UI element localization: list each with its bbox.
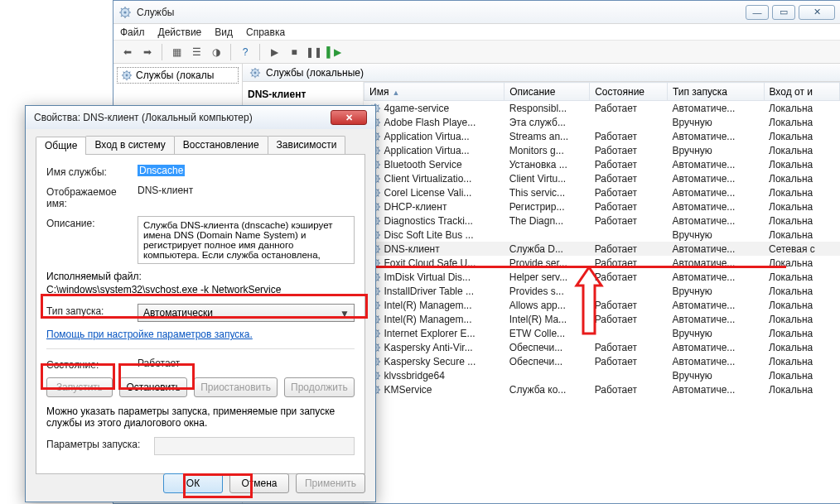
menu-help[interactable]: Справка [246,26,285,38]
table-row[interactable]: ImDisk Virtual Dis...Helper serv...Работ… [364,270,840,284]
table-row[interactable]: Disc Soft Lite Bus ...ВручнуюЛокальна [364,228,840,242]
table-row[interactable]: Diagnostics Tracki...The Diagn...Работае… [364,214,840,228]
tab-dependencies[interactable]: Зависимости [268,136,346,154]
right-pane-title: Службы (локальные) [266,67,364,79]
ok-button[interactable]: ОК [163,473,223,493]
properties-titlebar[interactable]: Свойства: DNS-клиент (Локальный компьюте… [26,106,375,129]
startup-type-combo[interactable]: Автоматически ▼ [138,304,355,322]
right-pane-header: Службы (локальные) [243,64,840,82]
view-panes-icon[interactable]: ▦ [167,43,186,61]
value-description[interactable]: Служба DNS-клиента (dnscache) кэширует и… [138,216,355,264]
menu-view[interactable]: Вид [215,26,233,38]
col-desc[interactable]: Описание [504,83,590,101]
chevron-down-icon: ▼ [338,307,351,320]
table-row[interactable]: 4game-serviceResponsibl...РаботаетАвтома… [364,101,840,116]
table-row[interactable]: Adobe Flash Playe...Эта служб...ВручнуюЛ… [364,115,840,129]
restart-icon[interactable]: ▌▶ [325,43,343,61]
stop-button[interactable]: Остановить [119,377,187,397]
table-row[interactable]: KMServiceСлужба ко...РаботаетАвтоматиче.… [364,382,840,396]
menu-action[interactable]: Действие [158,26,202,38]
toolbar: ⬅ ➡ ▦ ☰ ◑ ? ▶ ■ ❚❚ ▌▶ [113,41,840,64]
col-logon[interactable]: Вход от и [764,83,840,101]
close-button[interactable]: ✕ [331,110,367,125]
label-state: Состояние: [46,358,138,371]
close-button[interactable]: ✕ [799,5,835,20]
table-row[interactable]: Internet Explorer E...ETW Colle...Вручну… [364,326,840,340]
detail-name: DNS-клиент [248,89,358,100]
table-row[interactable]: Application Virtua...Monitors g...Работа… [364,143,840,157]
value-display-name: DNS-клиент [138,185,355,196]
minimize-button[interactable]: — [746,5,769,20]
nav-back-icon[interactable]: ⬅ [118,43,137,61]
gear-icon [121,70,133,81]
start-icon[interactable]: ▶ [265,43,283,61]
table-row[interactable]: Kaspersky Anti-Vir...Обеспечи...Работает… [364,340,840,354]
label-description: Описание: [46,216,138,229]
table-row[interactable]: Client Virtualizatio...Client Virtu...Ра… [364,171,840,185]
tab-general[interactable]: Общие [36,137,86,155]
table-row[interactable]: Application Virtua...Streams an...Работа… [364,129,840,143]
properties-title: Свойства: DNS-клиент (Локальный компьюте… [34,112,331,123]
start-button[interactable]: Запустить [46,377,113,397]
refresh-icon[interactable]: ◑ [207,43,225,61]
value-exe: C:\windows\system32\svchost.exe -k Netwo… [46,284,355,295]
services-title: Службы [137,7,746,18]
table-row[interactable]: Intel(R) Managem...Intel(R) Ma...Работае… [364,312,840,326]
table-row[interactable]: Bluetooth ServiceУстановка ...РаботаетАв… [364,157,840,171]
pause-icon[interactable]: ❚❚ [305,43,323,61]
help-icon[interactable]: ? [236,43,254,61]
tab-strip: Общие Вход в систему Восстановление Зави… [36,136,365,155]
services-grid[interactable]: Имя▲ Описание Состояние Тип запуска Вход… [364,82,840,503]
tab-recovery[interactable]: Восстановление [174,136,268,154]
tree-item-label: Службы (локалы [136,70,214,81]
label-exe: Исполняемый файл: [46,271,355,282]
col-state[interactable]: Состояние [590,83,668,101]
gear-icon [249,67,261,79]
label-startup: Тип запуска: [46,304,138,317]
col-start[interactable]: Тип запуска [667,83,764,101]
view-list-icon[interactable]: ☰ [187,43,205,61]
startup-type-value: Автоматически [143,307,213,319]
apply-button[interactable]: Применить [296,473,365,493]
col-name[interactable]: Имя▲ [364,83,504,101]
menu-file[interactable]: Файл [120,26,145,38]
tree-item-services-local[interactable]: Службы (локалы [117,67,239,84]
label-params: Параметры запуска: [46,437,154,450]
pause-button[interactable]: Приостановить [194,377,277,397]
maximize-button[interactable]: ▭ [772,5,795,20]
resume-button[interactable]: Продолжить [284,377,355,397]
hint-text: Можно указать параметры запуска, применя… [46,406,355,429]
services-titlebar[interactable]: Службы — ▭ ✕ [113,1,840,24]
gear-icon [118,6,132,19]
table-row[interactable]: Kaspersky Secure ...Обеспечи...РаботаетА… [364,354,840,368]
table-row[interactable]: Corel License Vali...This servic...Работ… [364,185,840,199]
tab-page-general: Имя службы: Dnscache Отображаемое имя: D… [36,155,365,474]
table-row[interactable]: DNS-клиентСлужба D...РаботаетАвтоматиче.… [364,242,840,256]
table-row[interactable]: klvssbridge64ВручнуюЛокальна [364,368,840,382]
table-row[interactable]: DHCP-клиентРегистрир...РаботаетАвтоматич… [364,199,840,214]
params-input[interactable] [154,437,355,455]
label-service-name: Имя службы: [46,165,138,178]
label-display-name: Отображаемое имя: [46,185,138,209]
value-service-name[interactable]: Dnscache [138,165,185,176]
tab-logon[interactable]: Вход в систему [85,136,174,154]
table-row[interactable]: Foxit Cloud Safe U...Provide ser...Работ… [364,256,840,270]
table-row[interactable]: Intel(R) Managem...Allows app...Работает… [364,298,840,312]
stop-icon[interactable]: ■ [285,43,303,61]
nav-forward-icon[interactable]: ➡ [138,43,157,61]
help-link[interactable]: Помощь при настройке параметров запуска. [46,329,253,340]
properties-dialog: Свойства: DNS-клиент (Локальный компьюте… [25,105,376,502]
menubar: Файл Действие Вид Справка [113,24,840,41]
table-row[interactable]: InstallDriver Table ...Provides s...Вруч… [364,284,840,298]
value-state: Работает [138,358,355,369]
cancel-button[interactable]: Отмена [229,473,289,493]
